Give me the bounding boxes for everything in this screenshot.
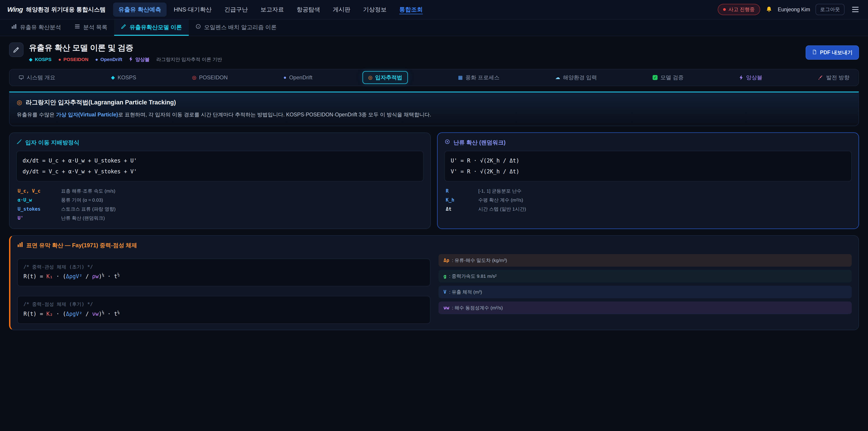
info-icon (195, 24, 201, 31)
badge-label: POSEIDON (63, 57, 88, 62)
turbulence-code-block: U' = R · √(2K_h / Δt) V' = R · √(2K_h / … (444, 151, 852, 182)
sub-tab-bar: 유출유 확산분석 분석 목록 유출유확산모델 이론 오일펜스 배치 알고리즘 이… (0, 20, 868, 36)
section-tab-ocean-input[interactable]: ☁ 해양환경 입력 (550, 71, 602, 84)
section-tab-validation[interactable]: ✓ 모델 검증 (647, 71, 689, 84)
page-title-pen-icon (9, 42, 24, 57)
nav-item-board[interactable]: 게시판 (327, 2, 356, 17)
menu-hamburger-icon[interactable] (850, 4, 861, 14)
orange-target-icon: ◎ (368, 75, 372, 80)
page-subtitle: 라그랑지안 입자추적 이론 기반 (156, 56, 222, 63)
equation-line: dx/dt = U_c + α·U_w + U_stokes + U' (23, 155, 417, 166)
section-tab-label: 앙상블 (746, 74, 763, 81)
nav-item-hns-dispersion[interactable]: HNS·대기확산 (168, 2, 217, 17)
intro-title: ◎ 라그랑지안 입자추적법(Lagrangian Particle Tracki… (17, 98, 851, 106)
tab-analysis-list[interactable]: 분석 목록 (68, 20, 114, 36)
legend-symbol: U_stokes (18, 206, 61, 212)
tab-spill-analysis[interactable]: 유출유 확산분석 (4, 20, 68, 36)
tab-diffusion-model-theory[interactable]: 유출유확산모델 이론 (114, 20, 189, 36)
section-tab-overview[interactable]: 시스템 개요 (13, 71, 61, 84)
pdf-export-button[interactable]: PDF 내보내기 (806, 45, 859, 60)
turbulence-legend: R [-1, 1] 균등분포 난수 K_h 수평 확산 계수 (m²/s) Δt… (444, 186, 852, 214)
legend-desc: 난류 확산 (랜덤워크) (61, 215, 105, 221)
card-title-text: 표면 유막 확산 — Fay(1971) 중력-점성 체제 (26, 242, 137, 249)
legend-desc: 수평 확산 계수 (m²/s) (478, 197, 523, 203)
legend-row: K_h 수평 확산 계수 (m²/s) (444, 195, 852, 205)
tab-label: 오일펜스 배치 알고리즘 이론 (204, 24, 277, 31)
app-logo[interactable]: Wing 해양환경 위기대응 통합시스템 (7, 6, 106, 13)
param-symbol: g (443, 274, 446, 279)
badge-label: KOSPS (35, 57, 52, 62)
tab-label: 유출유 확산분석 (20, 24, 61, 31)
legend-symbol: α·U_w (18, 197, 61, 203)
notification-bell-icon[interactable] (766, 6, 772, 13)
target-icon (444, 139, 450, 146)
incident-status-badge[interactable]: 사고 진행중 (718, 4, 760, 15)
section-tab-label: 시스템 개요 (27, 74, 55, 81)
bar-chart-icon (17, 242, 23, 249)
param-row: g : 중력가속도 9.81 m/s² (438, 270, 852, 282)
nav-item-integrated-search[interactable]: 통합조회 (394, 2, 428, 17)
fay-formula-block-initial: /* 중력-관성 체제 (초기) */ R(t) = K₁ · (ΔρgV² /… (17, 258, 430, 286)
list-icon (74, 24, 80, 31)
governing-code-block: dx/dt = U_c + α·U_w + U_stokes + U' dy/d… (16, 151, 424, 182)
param-symbol: νw (443, 305, 449, 311)
legend-desc: 시간 스텝 (일반 1시간) (478, 206, 526, 212)
governing-equation-card: 입자 이동 지배방정식 dx/dt = U_c + α·U_w + U_stok… (9, 132, 431, 229)
nav-item-aerial-search[interactable]: 항공탐색 (291, 2, 326, 17)
nav-item-reports[interactable]: 보고자료 (255, 2, 289, 17)
section-tab-particle-tracking[interactable]: ◎ 입자추적법 (363, 71, 408, 84)
logout-button[interactable]: 로그아웃 (815, 4, 844, 15)
param-desc: : 해수 동점성계수 (m²/s) (452, 305, 503, 311)
card-title: 난류 확산 (랜덤워크) (444, 139, 852, 146)
nav-item-spill-forecast[interactable]: 유출유 확산예측 (113, 2, 166, 17)
param-row: νw : 해수 동점성계수 (m²/s) (438, 302, 852, 314)
section-tab-ensemble[interactable]: 앙상블 (734, 71, 768, 84)
legend-row: U' 난류 확산 (랜덤워크) (16, 214, 424, 223)
legend-desc: 풍류 기여 (α ≈ 0.03) (61, 197, 103, 203)
intro-highlight: 가상 입자(Virtual Particle) (56, 112, 118, 118)
section-tab-kosps[interactable]: ◆ KOSPS (105, 72, 142, 83)
badge-opendrift: ● OpenDrift (95, 57, 122, 62)
blue-dot-icon: ● (283, 75, 286, 80)
section-tab-opendrift[interactable]: ● OpenDrift (278, 72, 318, 83)
fay-formula-block-late: /* 중력-점성 체제 (후기) */ R(t) = K₂ · (ΔρgV² /… (17, 296, 430, 324)
param-desc: : 유출 체적 (m³) (449, 289, 482, 295)
legend-row: α·U_w 풍류 기여 (α ≈ 0.03) (16, 195, 424, 205)
diamond-icon: ◆ (111, 75, 115, 80)
incident-status-label: 사고 진행중 (728, 6, 755, 13)
intro-title-text: 라그랑지안 입자추적법(Lagrangian Particle Tracking… (26, 98, 176, 106)
code-comment: /* 중력-관성 체제 (초기) */ (24, 263, 424, 271)
fay-spreading-card: 표면 유막 확산 — Fay(1971) 중력-점성 체제 /* 중력-관성 체… (9, 235, 859, 330)
rocket-icon (818, 75, 824, 80)
legend-desc: 스토크스 표류 (파랑 영향) (61, 206, 116, 212)
badge-ensemble: 앙상블 (129, 56, 150, 63)
nav-item-emergency-rescue[interactable]: 긴급구난 (219, 2, 253, 17)
intro-text: 로 표현하며, 각 입자의 이동 경로를 시간 단계마다 추적하는 방법입니다.… (118, 112, 431, 118)
check-icon: ✓ (653, 75, 657, 80)
section-tab-roadmap[interactable]: 발전 방향 (813, 71, 855, 84)
tab-oilfence-algorithm-theory[interactable]: 오일펜스 배치 알고리즘 이론 (189, 20, 283, 36)
fay-content-grid: /* 중력-관성 체제 (초기) */ R(t) = K₁ · (ΔρgV² /… (17, 254, 852, 324)
grid-icon: ▦ (458, 75, 463, 80)
legend-symbol: U_c, V_c (18, 188, 61, 194)
wing-logo-icon: Wing (7, 6, 23, 13)
page-header: 유출유 확산 모델 이론 및 검증 ◆ KOSPS ● POSEIDON ● O… (0, 36, 868, 68)
param-row: V : 유출 체적 (m³) (438, 286, 852, 298)
nav-item-weather-info[interactable]: 기상정보 (358, 2, 392, 17)
fay-params-column: Δρ : 유류-해수 밀도차 (kg/m³) g : 중력가속도 9.81 m/… (438, 254, 852, 324)
tab-label: 유출유확산모델 이론 (129, 24, 182, 31)
page-title: 유출유 확산 모델 이론 및 검증 (29, 42, 222, 53)
orange-target-icon: ◎ (17, 99, 22, 106)
main-nav: 유출유 확산예측 HNS·대기확산 긴급구난 보고자료 항공탐색 게시판 기상정… (113, 2, 428, 17)
param-desc: : 유류-해수 밀도차 (kg/m³) (452, 257, 507, 264)
legend-symbol: K_h (446, 197, 478, 203)
page: Wing 해양환경 위기대응 통합시스템 유출유 확산예측 HNS·대기확산 긴… (0, 0, 868, 431)
document-icon (812, 49, 817, 56)
app-title: 해양환경 위기대응 통합시스템 (26, 6, 105, 13)
section-tab-poseidon[interactable]: ◎ POSEIDON (186, 72, 233, 83)
badge-label: OpenDrift (100, 57, 122, 62)
section-tab-weathering[interactable]: ▦ 풍화 프로세스 (453, 71, 505, 84)
pen-icon (121, 24, 126, 31)
top-nav: Wing 해양환경 위기대응 통합시스템 유출유 확산예측 HNS·대기확산 긴… (0, 0, 868, 20)
legend-symbol: R (446, 188, 478, 194)
